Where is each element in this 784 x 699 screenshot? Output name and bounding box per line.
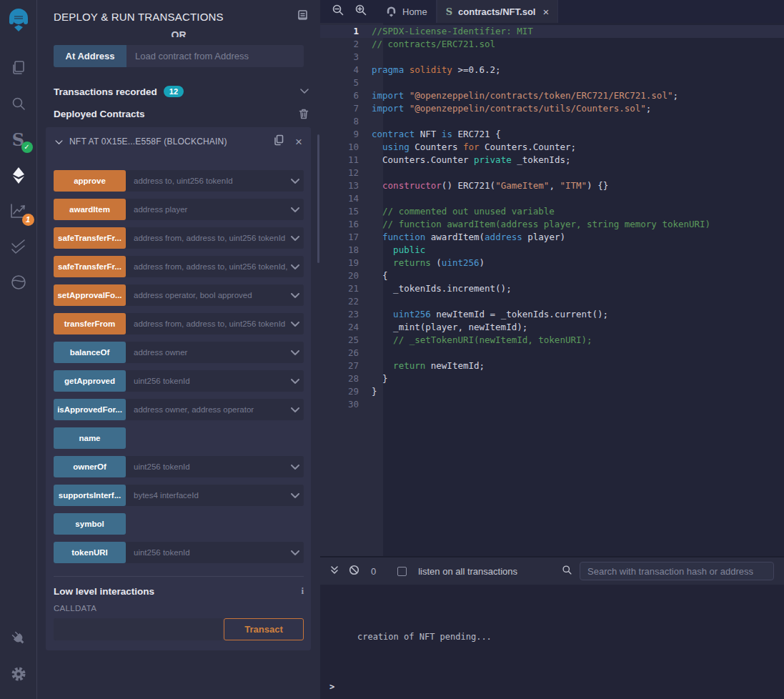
code-line: 27 return newItemId; bbox=[320, 360, 784, 372]
function-ownerOf-button[interactable]: ownerOf bbox=[54, 456, 126, 477]
plugin-manager-icon[interactable] bbox=[0, 620, 37, 656]
function-transferFrom-button[interactable]: transferFrom bbox=[54, 313, 126, 334]
function-args-input[interactable]: address from, address to, uint256 tokenI… bbox=[126, 313, 304, 334]
plugin-circle-icon[interactable] bbox=[0, 264, 37, 300]
deploy-run-panel: DEPLOY & RUN TRANSACTIONS OR At Address … bbox=[37, 0, 320, 699]
close-tab-icon[interactable]: × bbox=[542, 6, 549, 18]
function-args-input[interactable]: address owner bbox=[126, 342, 304, 363]
function-balanceOf-button[interactable]: balanceOf bbox=[54, 342, 126, 363]
function-args-input[interactable]: uint256 tokenId bbox=[126, 542, 304, 563]
panel-scrollbar[interactable] bbox=[317, 134, 319, 263]
journal-icon[interactable] bbox=[297, 9, 309, 24]
expand-args-chevron-icon[interactable] bbox=[291, 546, 299, 559]
code-line: 19 returns (uint256) bbox=[320, 257, 784, 269]
clear-console-icon[interactable] bbox=[349, 565, 359, 578]
function-isApprovedFor-button[interactable]: isApprovedFor... bbox=[54, 399, 126, 420]
function-getApproved-button[interactable]: getApproved bbox=[54, 370, 126, 392]
function-row: approve address to, uint256 tokenId bbox=[54, 170, 304, 192]
tab-contracts-nft-sol[interactable]: S contracts/NFT.sol × bbox=[437, 0, 559, 23]
expand-args-chevron-icon[interactable] bbox=[291, 375, 299, 387]
function-supportsInterf-button[interactable]: supportsInterf... bbox=[54, 485, 126, 506]
function-approve-button[interactable]: approve bbox=[54, 170, 126, 192]
terminal-search-input[interactable] bbox=[580, 562, 774, 580]
line-number: 6 bbox=[320, 89, 372, 102]
settings-gear-icon[interactable] bbox=[0, 656, 37, 692]
function-name-button[interactable]: name bbox=[54, 427, 126, 449]
line-number: 11 bbox=[320, 154, 372, 167]
listen-transactions-label: listen on all transactions bbox=[418, 566, 517, 577]
expand-args-chevron-icon[interactable] bbox=[291, 403, 299, 416]
terminal-output[interactable]: creation of NFT pending... > bbox=[320, 585, 784, 699]
calldata-input[interactable] bbox=[54, 618, 222, 640]
zoom-out-icon[interactable] bbox=[332, 4, 344, 19]
trash-icon[interactable] bbox=[299, 109, 309, 119]
function-safeTransferFr-button[interactable]: safeTransferFr... bbox=[54, 256, 126, 277]
panel-title: DEPLOY & RUN TRANSACTIONS bbox=[54, 11, 224, 23]
function-symbol-button[interactable]: symbol bbox=[54, 513, 126, 535]
function-tokenURI-button[interactable]: tokenURI bbox=[54, 542, 126, 563]
function-row: getApproved uint256 tokenId bbox=[54, 370, 304, 392]
line-number: 12 bbox=[320, 167, 372, 179]
code-line: 10 using Counters for Counters.Counter; bbox=[320, 141, 784, 154]
function-args-input[interactable]: uint256 tokenId bbox=[126, 370, 304, 392]
function-row: supportsInterf... bytes4 interfaceId bbox=[54, 485, 304, 506]
expand-args-chevron-icon[interactable] bbox=[291, 174, 299, 187]
close-instance-icon[interactable]: × bbox=[295, 136, 302, 148]
terminal-toolbar: 0 listen on all transactions bbox=[320, 557, 784, 585]
line-number: 19 bbox=[320, 257, 372, 269]
unit-testing-icon[interactable] bbox=[0, 229, 37, 264]
expand-args-chevron-icon[interactable] bbox=[291, 489, 299, 502]
function-safeTransferFr-button[interactable]: safeTransferFr... bbox=[54, 227, 126, 249]
divider bbox=[54, 576, 304, 577]
code-line: 30 bbox=[320, 398, 784, 411]
expand-args-chevron-icon[interactable] bbox=[291, 289, 299, 302]
function-args-input[interactable]: address player bbox=[126, 199, 304, 220]
expand-args-chevron-icon[interactable] bbox=[291, 203, 299, 216]
code-line: 4pragma solidity >=0.6.2; bbox=[320, 64, 784, 76]
instance-collapse-chevron-icon[interactable] bbox=[55, 135, 63, 148]
function-args-input[interactable]: uint256 tokenId bbox=[126, 456, 304, 477]
compile-success-badge: ✓ bbox=[21, 142, 33, 153]
listen-transactions-checkbox[interactable] bbox=[397, 567, 407, 576]
at-address-input[interactable] bbox=[126, 45, 304, 67]
expand-args-chevron-icon[interactable] bbox=[291, 232, 299, 244]
function-setApprovalFo-button[interactable]: setApprovalFo... bbox=[54, 284, 126, 306]
file-explorer-icon[interactable] bbox=[0, 50, 37, 86]
function-args-input[interactable]: bytes4 interfaceId bbox=[126, 485, 304, 506]
expand-args-chevron-icon[interactable] bbox=[291, 260, 299, 273]
at-address-button[interactable]: At Address bbox=[54, 45, 126, 67]
code-line: 6import "@openzeppelin/contracts/token/E… bbox=[320, 89, 784, 102]
transact-button[interactable]: Transact bbox=[224, 618, 304, 640]
expand-args-chevron-icon[interactable] bbox=[291, 317, 299, 330]
statistics-icon[interactable]: 1 bbox=[0, 193, 37, 229]
line-number: 24 bbox=[320, 321, 372, 334]
search-icon[interactable] bbox=[0, 86, 37, 122]
line-number: 30 bbox=[320, 398, 372, 411]
function-row: name bbox=[54, 427, 304, 449]
function-awardItem-button[interactable]: awardItem bbox=[54, 199, 126, 220]
function-args-input[interactable]: address from, address to, uint256 tokenI… bbox=[126, 227, 304, 249]
solidity-compiler-icon[interactable]: S ✓ bbox=[0, 122, 37, 157]
code-line: 29} bbox=[320, 385, 784, 398]
code-line: 14 bbox=[320, 192, 784, 205]
function-args-input[interactable]: address to, uint256 tokenId bbox=[126, 170, 304, 192]
code-line: 9contract NFT is ERC721 { bbox=[320, 128, 784, 141]
tab-home[interactable]: Home bbox=[377, 0, 437, 23]
info-icon[interactable]: i bbox=[301, 585, 304, 597]
code-editor[interactable]: 1//SPDX-License-Identifier: MIT2// contr… bbox=[320, 23, 784, 556]
deploy-run-icon[interactable] bbox=[0, 157, 37, 193]
copy-address-icon[interactable] bbox=[274, 134, 284, 149]
code-line: 25 // _setTokenURI(newItemId, tokenURI); bbox=[320, 334, 784, 347]
expand-args-chevron-icon[interactable] bbox=[291, 346, 299, 359]
remix-logo-icon[interactable] bbox=[0, 0, 37, 40]
function-args-input[interactable]: address from, address to, uint256 tokenI… bbox=[126, 256, 304, 277]
function-args-input[interactable]: address owner, address operator bbox=[126, 399, 304, 420]
expand-terminal-chevrons-icon[interactable] bbox=[330, 565, 339, 577]
function-args-input[interactable]: address operator, bool approved bbox=[126, 284, 304, 306]
transactions-expand-chevron-icon[interactable] bbox=[300, 89, 309, 94]
function-row: awardItem address player bbox=[54, 199, 304, 220]
zoom-in-icon[interactable] bbox=[354, 4, 367, 19]
line-number: 14 bbox=[320, 192, 372, 205]
terminal-panel: 0 listen on all transactions creation of… bbox=[320, 556, 784, 699]
expand-args-chevron-icon[interactable] bbox=[291, 460, 299, 473]
